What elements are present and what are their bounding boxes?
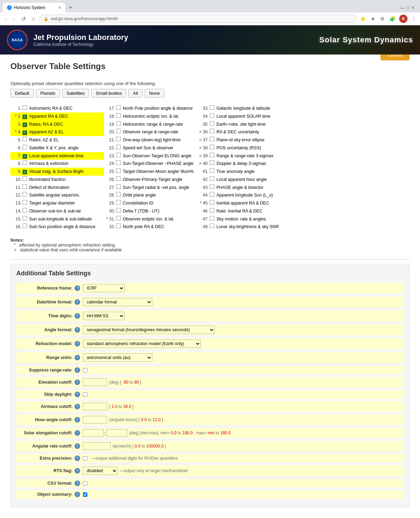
label-datetime-format: Date/time format: [19, 300, 75, 304]
input-angular-rate[interactable] [83, 442, 111, 450]
help-solar-elongation[interactable]: ? [75, 430, 80, 436]
help-elevation-cutoff[interactable]: ? [75, 379, 80, 385]
help-hour-angle-cutoff[interactable]: ? [75, 417, 80, 423]
check-object-summary[interactable] [83, 492, 87, 497]
preset-planets-btn[interactable]: Planets [36, 89, 60, 98]
preset-satellites-btn[interactable]: Satellites [62, 89, 89, 98]
qty-48-label: Lunar sky-brightness & sky SNR [216, 224, 279, 230]
row-datetime-format: Date/time format: ? calendar format JD [16, 296, 404, 308]
help-datetime-format[interactable]: ? [75, 299, 80, 305]
refresh-btn[interactable]: ↺ [19, 15, 28, 23]
help-suppress-range-rate[interactable]: ? [75, 367, 80, 373]
help-refraction-model[interactable]: ? [75, 341, 80, 346]
qty-21: 21. One-way (down-leg) light-time [104, 136, 198, 144]
hint-solar-elongation: (deg) [min:max], min= 0.0 to 180.0 , max… [129, 431, 231, 435]
input-airmass-cutoff[interactable] [83, 403, 107, 410]
input-elevation-cutoff[interactable] [83, 378, 107, 386]
qty-20: 20. Observer range & range-rate [104, 128, 198, 136]
qty-3-label: Rates; RA & DEC [29, 121, 63, 128]
select-angle-format[interactable]: sexagesimal format (hours/degrees minute… [83, 326, 215, 334]
puzzle-btn[interactable]: 🧩 [388, 15, 396, 23]
select-range-units[interactable]: astronomical units (au) km [83, 353, 152, 362]
qty-39-label: Range & range-rate 3-sigmas [216, 153, 273, 159]
notes-title: Notes: [10, 238, 24, 243]
close-btn[interactable]: × [412, 5, 414, 10]
header-text: Jet Propulsion Laboratory California Ins… [33, 33, 128, 47]
label-hour-angle-cutoff: Hour-angle cutoff: [19, 417, 75, 422]
label-airmass-cutoff: Airmass cutoff: [19, 404, 75, 409]
help-extra-precision[interactable]: ? [75, 456, 80, 461]
preset-small-bodies-btn[interactable]: Small-bodies [91, 89, 126, 98]
select-datetime-format[interactable]: calendar format JD [83, 298, 152, 306]
preset-all-btn[interactable]: All [128, 89, 142, 98]
help-angle-format[interactable]: ? [75, 327, 80, 333]
home-btn[interactable]: ⌂ [30, 15, 37, 23]
label-reference-frame: Reference frame: [19, 286, 75, 291]
maximize-btn[interactable]: □ [406, 5, 409, 10]
help-range-units[interactable]: ? [75, 355, 80, 360]
preset-default-btn[interactable]: Default [10, 89, 34, 98]
select-refraction-model[interactable]: standard atmospheric refraction model (E… [83, 340, 201, 348]
qty-32-label: North pole RA & DEC [123, 224, 164, 230]
lab-sub: California Institute of Technology [33, 42, 128, 47]
select-rts-flag[interactable]: disabled enabled [83, 467, 118, 475]
new-tab-btn[interactable]: + [67, 4, 75, 11]
tab-close-btn[interactable]: × [58, 5, 61, 10]
preset-none-btn[interactable]: None [145, 89, 164, 98]
qty-10: 10. Illuminated fraction [10, 176, 104, 184]
qty-45-label: Inertial apparent RA & DEC [216, 200, 269, 207]
row-skip-daylight: Skip daylight: ? [16, 390, 404, 399]
back-btn[interactable]: ‹ [3, 15, 9, 23]
lab-name: Jet Propulsion Laboratory [33, 33, 128, 42]
input-solar-elongation-max[interactable] [106, 429, 127, 437]
qty-col-3: 33. Galactic longitude & latitude 34. Lo… [198, 105, 295, 231]
tab-title: Horizons System [14, 5, 45, 10]
select-time-digits[interactable]: HH:MM:SS HH:MM [83, 312, 125, 320]
qty-46-label: Rate: Inertial RA & DEC [216, 208, 263, 215]
address-bar[interactable]: 🔒 ssd.jpl.nasa.gov/horizons/app.html#/ [39, 15, 357, 23]
menu-btn[interactable]: ⋮ [410, 15, 417, 23]
qty-5-label: Rates; AZ & EL [29, 137, 59, 143]
input-solar-elongation-min[interactable] [83, 429, 104, 437]
bookmark-btn[interactable]: ★ [370, 15, 376, 23]
row-reference-frame: Reference frame: ? ICRF Frame 1 [16, 283, 404, 294]
help-airmass-cutoff[interactable]: ? [75, 404, 80, 409]
hint-angular-rate: (arcsec/h) [ 0.0 to 100000.0 ] [113, 444, 166, 449]
qty-31-label: Observer ecliptic lon. & lat. [123, 216, 174, 223]
check-extra-precision[interactable] [83, 456, 87, 461]
address-text: ssd.jpl.nasa.gov/horizons/app.html#/ [51, 16, 118, 21]
page-title: Observer Table Settings [10, 61, 105, 71]
user-avatar[interactable]: R [399, 15, 408, 23]
qty-11: 11. Defect of illumination [10, 184, 104, 192]
select-reference-frame[interactable]: ICRF Frame 1 [83, 284, 125, 292]
qty-15-label: Sun sub-longitude & sub-latitude [29, 216, 92, 223]
check-suppress-range-rate[interactable] [83, 368, 87, 373]
label-rts-flag: RTS flag: [19, 468, 75, 473]
hint-airmass-cutoff: [ 1.0 to 38.0 ] [109, 404, 134, 409]
help-skip-daylight[interactable]: ? [75, 392, 80, 397]
forward-btn[interactable]: › [11, 15, 17, 23]
label-elevation-cutoff: Elevation cutoff: [19, 380, 75, 385]
extensions-btn[interactable]: ⭐ [359, 15, 367, 23]
help-rts-flag[interactable]: ? [75, 468, 80, 474]
help-angular-rate[interactable]: ? [75, 443, 80, 449]
minimize-btn[interactable]: — [400, 5, 404, 10]
help-time-digits[interactable]: ? [75, 313, 80, 319]
row-range-units: Range units: ? astronomical units (au) k… [16, 352, 404, 363]
qty-40-label: Doppler & delay 3-sigmas [216, 160, 266, 167]
qty-16: 16. Sub-Sun position angle & distance [10, 223, 104, 231]
qty-30: 30. Delta-T (TDB - UT) [104, 207, 198, 215]
input-hour-angle-cutoff[interactable] [83, 416, 107, 424]
row-angle-format: Angle format: ? sexagesimal format (hour… [16, 324, 404, 335]
settings-btn[interactable]: ⚙ [379, 15, 386, 23]
qty-32: 32. North pole RA & DEC [104, 223, 198, 231]
help-object-summary[interactable]: ? [75, 492, 80, 497]
qty-18-label: Heliocentric ecliptic lon. & lat. [123, 113, 179, 120]
active-tab[interactable]: 🌐 Horizons System × [3, 3, 65, 12]
help-csv-format[interactable]: ? [75, 481, 80, 486]
qty-6: 6. Satellite X & Y, pos. angle [10, 144, 104, 152]
check-skip-daylight[interactable] [83, 392, 87, 397]
help-reference-frame[interactable]: ? [75, 285, 80, 291]
check-csv-format[interactable] [83, 481, 87, 486]
nav-icons: ⭐ ★ ⚙ 🧩 R ⋮ [359, 15, 417, 23]
